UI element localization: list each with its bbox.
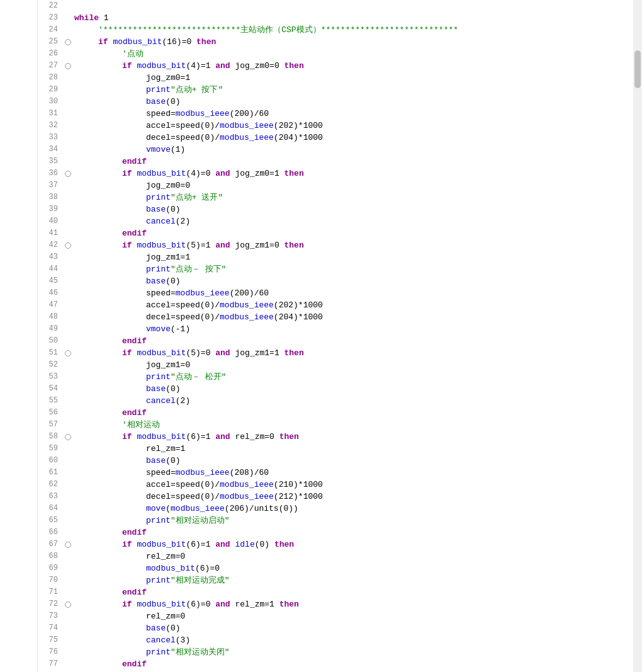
breakpoint-icon[interactable] — [65, 39, 71, 45]
code-content: vmove(-1) — [74, 323, 633, 335]
breakpoint-area[interactable] — [62, 434, 74, 440]
breakpoint-area[interactable] — [62, 601, 74, 608]
code-content: decel=speed(0)/modbus_ieee(204)*1000 — [74, 311, 633, 323]
code-line-28: 28jog_zm0=1 — [43, 72, 633, 84]
line-number: 35 — [43, 156, 62, 168]
breakpoint-icon[interactable] — [65, 242, 71, 249]
code-area[interactable]: 2223while 124'**************************… — [38, 0, 633, 672]
code-content: speed=modbus_ieee(200)/60 — [74, 108, 633, 120]
code-line-41: 41endif — [43, 227, 633, 239]
line-number: 57 — [43, 419, 62, 431]
editor-container: 2223while 124'**************************… — [0, 0, 642, 672]
line-number: 53 — [43, 371, 62, 383]
breakpoint-icon[interactable] — [65, 601, 71, 608]
breakpoint-area[interactable] — [62, 63, 74, 69]
code-line-59: 59rel_zm=1 — [43, 443, 633, 455]
line-number: 31 — [43, 108, 62, 120]
line-number: 38 — [43, 191, 62, 203]
code-content: jog_zm0=0 — [74, 179, 633, 191]
breakpoint-icon[interactable] — [65, 350, 71, 356]
code-line-32: 32accel=speed(0)/modbus_ieee(202)*1000 — [43, 120, 633, 132]
line-number: 29 — [43, 84, 62, 96]
breakpoint-icon[interactable] — [65, 542, 71, 548]
line-number: 30 — [43, 96, 62, 108]
code-line-73: 73rel_zm=0 — [43, 610, 633, 622]
code-line-69: 69modbus_bit(6)=0 — [43, 562, 633, 574]
line-number: 58 — [43, 431, 62, 443]
code-content: print"相对运动关闭" — [74, 646, 633, 658]
code-line-65: 65print"相对运动启动" — [43, 515, 633, 527]
line-gutter — [0, 0, 38, 672]
line-number: 32 — [43, 120, 62, 132]
code-content: endif — [74, 227, 633, 239]
code-content: accel=speed(0)/modbus_ieee(210)*1000 — [74, 479, 633, 491]
code-content: if modbus_bit(6)=1 and idle(0) then — [74, 538, 633, 550]
line-number: 68 — [43, 550, 62, 562]
breakpoint-icon[interactable] — [65, 63, 71, 69]
line-number: 27 — [43, 60, 62, 72]
scrollbar[interactable] — [633, 0, 642, 672]
breakpoint-area[interactable] — [62, 542, 74, 548]
breakpoint-area[interactable] — [62, 171, 74, 177]
breakpoint-icon[interactable] — [65, 434, 71, 440]
line-number: 69 — [43, 562, 62, 574]
line-number: 75 — [43, 634, 62, 646]
code-line-77: 77endif — [43, 658, 633, 670]
code-line-63: 63decel=speed(0)/modbus_ieee(212)*1000 — [43, 491, 633, 503]
line-number: 55 — [43, 395, 62, 407]
code-line-40: 40cancel(2) — [43, 215, 633, 227]
code-content: '相对运动 — [74, 419, 633, 431]
code-line-58: 58if modbus_bit(6)=1 and rel_zm=0 then — [43, 431, 633, 443]
line-number: 33 — [43, 132, 62, 144]
breakpoint-area[interactable] — [62, 350, 74, 356]
code-content: accel=speed(0)/modbus_ieee(202)*1000 — [74, 299, 633, 311]
breakpoint-icon[interactable] — [65, 171, 71, 177]
line-number: 41 — [43, 227, 62, 239]
line-number: 67 — [43, 538, 62, 550]
code-content: if modbus_bit(6)=1 and rel_zm=0 then — [74, 431, 633, 443]
breakpoint-area[interactable] — [62, 242, 74, 249]
code-line-39: 39base(0) — [43, 203, 633, 215]
code-line-37: 37jog_zm0=0 — [43, 179, 633, 191]
code-line-30: 30base(0) — [43, 96, 633, 108]
code-line-56: 56endif — [43, 407, 633, 419]
code-line-35: 35endif — [43, 156, 633, 168]
code-content: endif — [74, 335, 633, 347]
code-content: base(0) — [74, 275, 633, 287]
code-line-23: 23while 1 — [43, 12, 633, 24]
line-number: 49 — [43, 323, 62, 335]
code-content: while 1 — [74, 12, 633, 24]
code-content: rel_zm=0 — [74, 610, 633, 622]
code-line-54: 54base(0) — [43, 383, 633, 395]
code-line-64: 64move(modbus_ieee(206)/units(0)) — [43, 503, 633, 515]
line-number: 65 — [43, 515, 62, 527]
code-content: cancel(3) — [74, 634, 633, 646]
code-line-31: 31speed=modbus_ieee(200)/60 — [43, 108, 633, 120]
line-number: 76 — [43, 646, 62, 658]
code-line-72: 72if modbus_bit(6)=0 and rel_zm=1 then — [43, 598, 633, 610]
line-number: 28 — [43, 72, 62, 84]
code-content: cancel(2) — [74, 215, 633, 227]
line-number: 72 — [43, 598, 62, 610]
code-content: '****************************主站动作（CSP模式）… — [74, 24, 633, 36]
code-content: endif — [74, 156, 633, 168]
code-line-74: 74base(0) — [43, 622, 633, 634]
code-line-22: 22 — [43, 0, 633, 12]
code-content: jog_zm0=1 — [74, 72, 633, 84]
line-number: 52 — [43, 359, 62, 371]
code-content: '点动 — [74, 48, 633, 60]
line-number: 22 — [43, 0, 62, 12]
scrollbar-thumb[interactable] — [634, 50, 641, 88]
code-line-34: 34vmove(1) — [43, 144, 633, 156]
line-number: 26 — [43, 48, 62, 60]
code-line-29: 29print"点动+ 按下" — [43, 84, 633, 96]
code-line-26: 26'点动 — [43, 48, 633, 60]
line-number: 48 — [43, 311, 62, 323]
code-content: speed=modbus_ieee(208)/60 — [74, 467, 633, 479]
code-content: decel=speed(0)/modbus_ieee(204)*1000 — [74, 132, 633, 144]
breakpoint-area[interactable] — [62, 39, 74, 45]
line-number: 73 — [43, 610, 62, 622]
line-number: 47 — [43, 299, 62, 311]
code-content: rel_zm=0 — [74, 550, 633, 562]
line-number: 39 — [43, 203, 62, 215]
